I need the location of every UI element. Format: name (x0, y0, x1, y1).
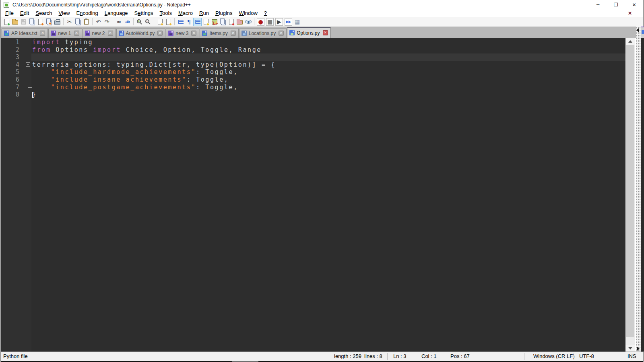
cut-button[interactable]: ✂ (65, 18, 74, 26)
function-list-button[interactable] (227, 18, 235, 26)
close-button[interactable]: ✕ (625, 0, 643, 10)
menu-item-macro[interactable]: Macro (175, 10, 196, 17)
close-all-button[interactable] (45, 18, 53, 26)
menu-item-plugins[interactable]: Plugins (212, 10, 236, 17)
new-file-button[interactable] (2, 18, 11, 26)
show-all-characters-button[interactable]: ¶ (185, 18, 193, 26)
menu-item-window[interactable]: Window (236, 10, 261, 17)
print-button[interactable] (53, 18, 62, 26)
menu-item-help[interactable]: ? (261, 10, 270, 17)
tab-label: new 2 (92, 31, 105, 36)
doc-lightning-button[interactable] (202, 18, 210, 26)
document-map-button[interactable] (210, 18, 219, 26)
menu-item-language[interactable]: Language (101, 10, 131, 17)
macro-record-button[interactable]: ● (257, 18, 264, 26)
menu-item-tools[interactable]: Tools (157, 10, 175, 17)
undo-button[interactable]: ↶ (94, 18, 103, 26)
toolbar-separator (154, 18, 154, 25)
file-saved-icon (289, 30, 295, 35)
vertical-scrollbar[interactable] (625, 38, 635, 352)
menu-item-file[interactable]: File (2, 10, 17, 17)
tab-close-icon[interactable]: ✕ (231, 31, 236, 36)
tab-close-icon[interactable]: ✕ (279, 31, 284, 36)
tab-ap-ideas-txt[interactable]: AP Ideas.txt✕ (2, 28, 48, 38)
code-line-3 (32, 53, 625, 61)
menu-item-edit[interactable]: Edit (17, 10, 32, 17)
menu-item-run[interactable]: Run (196, 10, 212, 17)
restore-button[interactable]: ❐ (607, 0, 625, 10)
toolbar-separator (133, 18, 134, 25)
copy-button[interactable] (74, 18, 82, 26)
pane-splitter[interactable] (636, 27, 641, 352)
tab-close-icon[interactable]: ✕ (191, 31, 196, 36)
second-pane-tab-fragment[interactable] (641, 27, 644, 38)
save-all-button[interactable] (28, 18, 36, 26)
macro-run-multiple-button[interactable]: ▶▶ (285, 18, 292, 26)
code-area[interactable]: import typingfrom Options import Choice,… (32, 39, 625, 99)
macro-play-button[interactable]: ▶ (275, 18, 283, 26)
sync-horizontal-button[interactable] (164, 18, 173, 26)
macro-stop-button[interactable]: ■ (266, 18, 274, 26)
tab-new-2[interactable]: new 2✕ (83, 28, 116, 38)
status-encoding[interactable]: UTF-8 (579, 352, 594, 361)
scroll-down-icon[interactable] (625, 345, 635, 352)
toolbar-separator (92, 18, 93, 25)
tab-autoworld-py[interactable]: AutoWorld.py✕ (116, 28, 166, 38)
minimize-button[interactable]: ─ (589, 0, 607, 10)
tab-label: Options.py (297, 30, 320, 36)
line-number: 3 (2, 53, 19, 61)
scroll-up-icon[interactable] (625, 38, 635, 45)
tab-new-3[interactable]: new 3✕ (166, 28, 199, 38)
print-icon (54, 21, 60, 25)
tab-options-py[interactable]: Options.py✕ (287, 27, 330, 38)
status-insert-mode[interactable]: INS (627, 352, 636, 361)
folder-as-workspace-button[interactable] (235, 18, 244, 26)
save-button[interactable]: .x{} (19, 18, 28, 26)
new-file-icon (4, 19, 9, 25)
close-file-button[interactable] (36, 18, 45, 26)
find-button[interactable]: ∞ (115, 18, 123, 26)
open-file-button[interactable] (11, 18, 19, 26)
sync-vertical-button[interactable] (156, 18, 164, 26)
tab-new-1[interactable]: new 1✕ (48, 28, 82, 38)
close-all-icon (46, 19, 51, 24)
function-list-icon (229, 19, 234, 25)
replace-button[interactable]: ab (123, 18, 132, 26)
fold-collapse-icon[interactable] (26, 62, 30, 67)
second-pane-editor-fragment (641, 38, 644, 352)
zoom-in-button[interactable]: + (135, 18, 144, 26)
editor[interactable]: 12345678 import typingfrom Options impor… (1, 38, 625, 352)
status-eol-format[interactable]: Windows (CR LF) (533, 352, 575, 361)
macro-save-button[interactable]: ▦ (293, 18, 301, 26)
close-document-icon[interactable]: ✕ (628, 10, 632, 16)
tab-items-py[interactable]: Items.py✕ (200, 28, 238, 38)
code-line-2: from Options import Choice, Option, Togg… (32, 46, 625, 54)
splitter-right-arrow-icon[interactable] (637, 347, 640, 351)
close-file-icon (38, 19, 43, 25)
word-wrap-button[interactable] (176, 18, 185, 26)
paste-button[interactable] (82, 18, 91, 26)
tab-close-icon[interactable]: ✕ (74, 31, 79, 36)
tab-close-icon[interactable]: ✕ (157, 31, 163, 36)
document-list-button[interactable] (219, 18, 227, 26)
menu-item-encoding[interactable]: Encoding (73, 10, 101, 17)
menu-item-search[interactable]: Search (32, 10, 55, 17)
find-icon: ∞ (117, 19, 122, 25)
scrollbar-thumb[interactable] (626, 45, 634, 337)
redo-button[interactable]: ↷ (103, 18, 111, 26)
tab-close-icon[interactable]: ✕ (323, 30, 328, 35)
show-indent-guide-button[interactable] (193, 18, 202, 26)
menu-item-settings[interactable]: Settings (131, 10, 157, 17)
tab-close-icon[interactable]: ✕ (40, 31, 45, 36)
code-line-6: "include_insane_achievements": Toggle, (32, 76, 625, 84)
tab-close-icon[interactable]: ✕ (108, 31, 113, 36)
paste-icon (84, 19, 89, 25)
zoom-out-button[interactable]: − (144, 18, 152, 26)
tab-locations-py[interactable]: Locations.py✕ (239, 28, 287, 38)
menu-item-view[interactable]: View (56, 10, 73, 17)
code-line-1: import typing (32, 39, 625, 46)
monitoring-button[interactable] (244, 18, 252, 26)
line-number: 5 (2, 68, 19, 76)
line-number: 7 (2, 84, 19, 91)
splitter-left-arrow-icon[interactable] (636, 28, 639, 32)
